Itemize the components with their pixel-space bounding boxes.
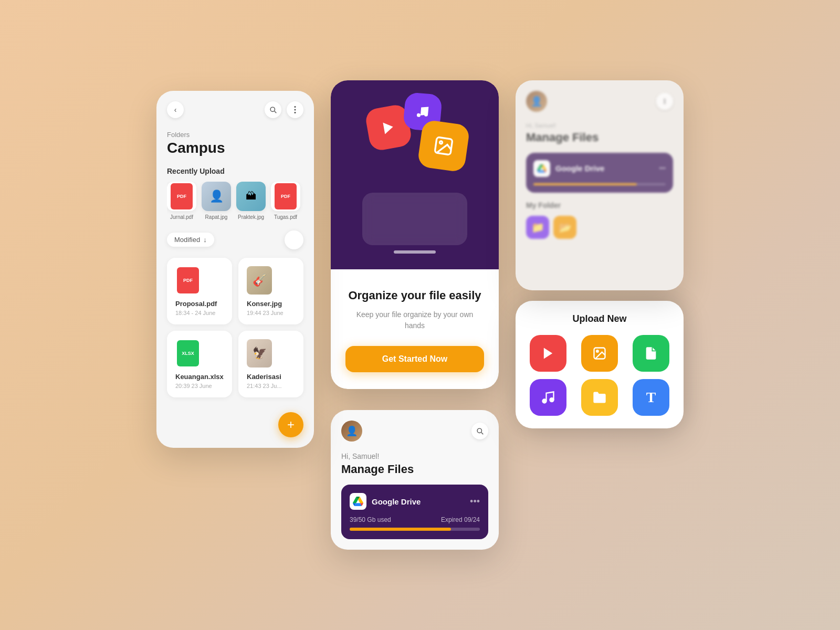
- list-item[interactable]: Tugas.pdf: [271, 182, 300, 220]
- upload-title: Upload New: [526, 313, 673, 324]
- file-date: 19:44 23 June: [247, 310, 295, 316]
- drive-progress-fill: [350, 528, 451, 531]
- svg-point-3: [294, 109, 296, 110]
- table-row[interactable]: Proposal.pdf 18:34 - 24 June: [167, 258, 232, 324]
- svg-marker-15: [544, 348, 552, 359]
- file-name: Kaderisasi: [247, 373, 295, 381]
- drive-size-row: 39/50 Gb used Expired 09/24: [350, 516, 480, 523]
- drive-card[interactable]: Google Drive ••• 39/50 Gb used Expired 0…: [341, 485, 488, 539]
- onboarding-title: Organize your file easily: [348, 288, 481, 303]
- table-row[interactable]: XLSX Keuangan.xlsx 20:39 23 June: [167, 331, 232, 397]
- my-folder-label: My Folder: [526, 201, 673, 209]
- right-avatar: 👤: [526, 91, 547, 112]
- top-bar-right: [265, 101, 303, 118]
- photo-icon: [417, 119, 470, 173]
- folder-item[interactable]: 📁: [526, 216, 549, 239]
- list-item[interactable]: 🏔 Praktek.jpg: [236, 182, 266, 220]
- drive-expired: Expired 09/24: [441, 516, 480, 523]
- manage-title: Manage Files: [341, 463, 488, 476]
- file-name: Konser.jpg: [247, 300, 295, 308]
- file-date: 20:39 23 June: [175, 383, 224, 389]
- recent-file-name: Jurnal.pdf: [170, 214, 193, 220]
- left-screen: ‹ Folders Campus Recently Upload: [156, 91, 314, 448]
- view-toggle[interactable]: [285, 230, 303, 249]
- svg-point-18: [543, 399, 547, 403]
- list-item[interactable]: 👤 Rapat.jpg: [202, 182, 231, 220]
- file-date: 21:43 23 Ju...: [247, 383, 295, 389]
- recent-file-name: Tugas.pdf: [274, 214, 297, 220]
- drive-menu-icon[interactable]: •••: [470, 496, 480, 507]
- recently-upload-label: Recently Upload: [167, 167, 303, 175]
- upload-video-button[interactable]: [530, 335, 566, 372]
- folder-title: Campus: [167, 140, 303, 156]
- filter-row: Modified ↓: [167, 230, 303, 249]
- recent-files: Jurnal.pdf 👤 Rapat.jpg 🏔 Praktek.jpg Tug…: [167, 182, 303, 220]
- file-name: Proposal.pdf: [175, 300, 224, 308]
- right-profile-row: 👤: [526, 91, 673, 112]
- recent-file-name: Praktek.jpg: [238, 214, 264, 220]
- onboarding-subtitle: Keep your file organize by your own hand…: [345, 309, 484, 331]
- drive-progress-bar: [350, 528, 480, 531]
- svg-point-17: [596, 350, 598, 352]
- right-more-button[interactable]: [656, 93, 673, 110]
- list-item[interactable]: Jurnal.pdf: [167, 182, 196, 220]
- svg-line-1: [275, 111, 277, 113]
- avatar: 👤: [341, 421, 362, 442]
- folder-item[interactable]: 📂: [553, 216, 576, 239]
- svg-point-13: [664, 101, 665, 102]
- onboarding-top: [331, 80, 499, 269]
- search-button[interactable]: [265, 101, 281, 118]
- right-manage-screen: 👤 Hi, Samuel! Manage Files: [516, 80, 684, 290]
- upload-photo-button[interactable]: [581, 335, 618, 372]
- filter-button[interactable]: Modified ↓: [167, 233, 214, 247]
- add-button[interactable]: +: [278, 412, 303, 437]
- back-button[interactable]: ‹: [167, 101, 184, 118]
- file-name: Keuangan.xlsx: [175, 373, 224, 381]
- floating-icons: [357, 91, 472, 196]
- svg-line-11: [481, 433, 484, 435]
- right-drive-card: Google Drive •••: [526, 153, 673, 193]
- svg-point-4: [294, 112, 296, 113]
- profile-row: 👤: [341, 421, 488, 442]
- folder-avatars: 📁 📂: [526, 216, 673, 239]
- svg-point-0: [270, 107, 275, 111]
- upload-sheet: Upload New: [516, 301, 684, 428]
- svg-point-6: [417, 113, 421, 117]
- right-drive-name: Google Drive: [555, 164, 659, 173]
- drive-used: 39/50 Gb used: [350, 516, 391, 523]
- glass-card: [362, 193, 467, 245]
- filter-label: Modified: [174, 236, 200, 244]
- onboarding-screen: Organize your file easily Keep your file…: [331, 80, 499, 390]
- middle-column: Organize your file easily Keep your file…: [331, 80, 499, 550]
- drive-icon: [350, 493, 366, 510]
- svg-marker-5: [383, 121, 394, 134]
- drive-name: Google Drive: [372, 497, 470, 506]
- upload-doc-button[interactable]: [633, 335, 669, 372]
- file-date: 18:34 - 24 June: [175, 310, 224, 316]
- upload-grid: T: [526, 335, 673, 416]
- dashboard-screen: 👤 Hi, Samuel! Manage Files: [331, 410, 499, 550]
- upload-folder-button[interactable]: [581, 379, 618, 416]
- more-button[interactable]: [287, 101, 303, 118]
- upload-music-button[interactable]: [530, 379, 566, 416]
- recent-file-name: Rapat.jpg: [205, 214, 228, 220]
- table-row[interactable]: 🦅 Kaderisasi 21:43 23 Ju...: [238, 331, 303, 397]
- search-button[interactable]: [471, 423, 488, 439]
- svg-point-9: [439, 141, 443, 144]
- get-started-button[interactable]: Get Started Now: [345, 346, 484, 372]
- table-row[interactable]: 🎸 Konser.jpg 19:44 23 June: [238, 258, 303, 324]
- right-column: 👤 Hi, Samuel! Manage Files: [516, 80, 684, 428]
- svg-point-10: [477, 428, 481, 433]
- drive-header: Google Drive •••: [350, 493, 480, 510]
- upload-text-button[interactable]: T: [633, 379, 669, 416]
- right-greeting: Hi, Samuel!: [526, 122, 673, 129]
- slide-indicator: [394, 250, 436, 254]
- svg-point-19: [550, 398, 554, 402]
- greeting-text: Hi, Samuel!: [341, 452, 488, 460]
- onboarding-bottom: Organize your file easily Keep your file…: [331, 269, 499, 390]
- svg-point-2: [294, 106, 296, 108]
- svg-point-12: [664, 99, 665, 100]
- folder-label: Folders: [167, 131, 303, 139]
- sort-icon: ↓: [203, 236, 207, 244]
- right-drive-menu[interactable]: •••: [659, 165, 666, 172]
